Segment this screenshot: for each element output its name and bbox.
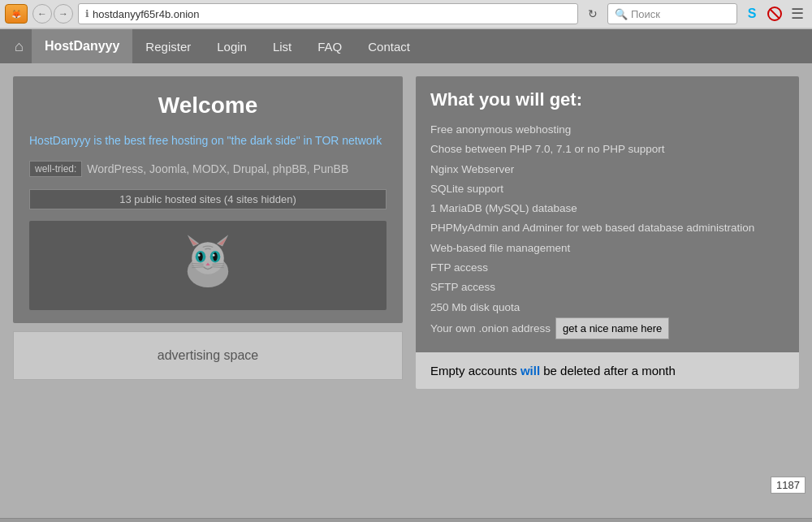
feature-11: Your own .onion address get a nice name … bbox=[430, 317, 784, 339]
brand-link[interactable]: HostDanyyy bbox=[32, 29, 132, 63]
back-button[interactable]: ← bbox=[32, 4, 52, 24]
empty-accounts-box: Empty accounts will be deleted after a m… bbox=[416, 352, 799, 389]
well-tried-text: WordPress, Joomla, MODX, Drupal, phpBB, … bbox=[87, 161, 348, 178]
welcome-text: HostDanyyy is the best free hosting on "… bbox=[29, 132, 387, 149]
block-icon[interactable] bbox=[765, 4, 784, 24]
feature-8: FTP access bbox=[430, 258, 784, 278]
search-icon: 🔍 bbox=[615, 8, 628, 20]
well-tried-badge: well-tried: bbox=[29, 161, 82, 177]
feature-6: PHPMyAdmin and Adminer for web based dat… bbox=[430, 218, 784, 238]
features-list: Free anonymous webhosting Chose between … bbox=[430, 120, 784, 339]
forward-button[interactable]: → bbox=[54, 4, 73, 24]
feature-5: 1 MariaDB (MySQL) database bbox=[430, 199, 784, 218]
url-bar[interactable]: ℹ hostdanyyf65r4b.onion bbox=[78, 3, 578, 24]
highlight-will: will bbox=[520, 364, 540, 377]
feature-7: Web-based file management bbox=[430, 239, 784, 258]
login-link[interactable]: Login bbox=[204, 29, 260, 63]
search-placeholder: Поиск bbox=[631, 8, 660, 20]
welcome-title: Welcome bbox=[29, 93, 387, 119]
svg-line-1 bbox=[770, 9, 780, 19]
firefox-menu-button[interactable]: 🦊 bbox=[5, 4, 28, 24]
counter-badge: 1187 bbox=[771, 477, 806, 494]
browser-toolbar: 🦊 ← → ℹ hostdanyyf65r4b.onion ↻ 🔍 Поиск … bbox=[0, 0, 812, 28]
contact-link[interactable]: Contact bbox=[355, 29, 423, 63]
menu-button[interactable]: ☰ bbox=[788, 4, 807, 24]
cat-icon bbox=[171, 229, 244, 302]
hosted-sites-button[interactable]: 13 public hosted sites (4 sites hidden) bbox=[29, 189, 387, 209]
register-link[interactable]: Register bbox=[132, 29, 204, 63]
feature-3: Nginx Webserver bbox=[430, 160, 784, 179]
url-text: hostdanyyf65r4b.onion bbox=[93, 8, 200, 20]
info-icon: ℹ bbox=[85, 8, 89, 19]
search-bar[interactable]: 🔍 Поиск bbox=[607, 3, 737, 24]
footer: hostdanyyf65r4b.onion bbox=[0, 518, 812, 522]
onion-address-label: Your own .onion address bbox=[430, 319, 551, 339]
faq-link[interactable]: FAQ bbox=[304, 29, 355, 63]
get-nice-name-button[interactable]: get a nice name here bbox=[555, 317, 669, 339]
svg-point-10 bbox=[198, 252, 202, 261]
empty-accounts-text: Empty accounts will be deleted after a m… bbox=[430, 364, 784, 377]
browser-icons: S ☰ bbox=[742, 4, 807, 24]
browser-chrome: 🦊 ← → ℹ hostdanyyf65r4b.onion ↻ 🔍 Поиск … bbox=[0, 0, 812, 29]
advertising-space: advertising space bbox=[13, 331, 403, 380]
svg-marker-7 bbox=[218, 238, 227, 245]
features-title: What you will get: bbox=[430, 89, 784, 110]
main-content: Welcome HostDanyyy is the best free host… bbox=[0, 63, 812, 518]
navigation-bar: ⌂ HostDanyyy Register Login List FAQ Con… bbox=[0, 29, 812, 63]
well-tried-row: well-tried: WordPress, Joomla, MODX, Dru… bbox=[29, 161, 387, 178]
features-box: What you will get: Free anonymous webhos… bbox=[416, 76, 799, 352]
cat-image bbox=[29, 221, 387, 310]
feature-2: Chose between PHP 7.0, 7.1 or no PHP sup… bbox=[430, 140, 784, 159]
svg-point-12 bbox=[198, 254, 201, 257]
right-panel: What you will get: Free anonymous webhos… bbox=[416, 76, 799, 505]
feature-9: SFTP access bbox=[430, 278, 784, 297]
page-wrapper: Welcome HostDanyyy is the best free host… bbox=[0, 63, 812, 518]
feature-1: Free anonymous webhosting bbox=[430, 120, 784, 140]
refresh-button[interactable]: ↻ bbox=[583, 4, 603, 24]
welcome-box: Welcome HostDanyyy is the best free host… bbox=[13, 76, 403, 323]
nav-buttons: ← → bbox=[32, 4, 73, 24]
svg-point-11 bbox=[213, 252, 217, 261]
skype-icon[interactable]: S bbox=[742, 4, 762, 24]
feature-4: SQLite support bbox=[430, 179, 784, 199]
feature-10: 250 Mb disk quota bbox=[430, 298, 784, 317]
svg-marker-6 bbox=[189, 238, 198, 245]
left-panel: Welcome HostDanyyy is the best free host… bbox=[13, 76, 403, 505]
home-icon[interactable]: ⌂ bbox=[6, 32, 32, 62]
list-link[interactable]: List bbox=[260, 29, 304, 63]
svg-point-13 bbox=[213, 254, 215, 257]
